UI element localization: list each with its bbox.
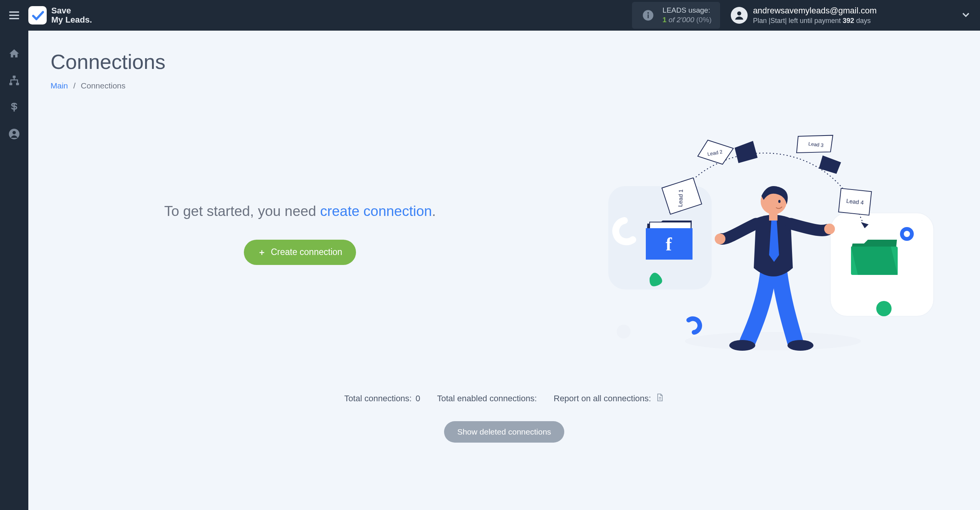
stat-total-value: 0 (415, 394, 420, 404)
hero-msg-link[interactable]: create connection (320, 203, 432, 219)
breadcrumb: Main / Connections (51, 81, 958, 90)
sitemap-icon (8, 75, 20, 86)
leads-usage-box: LEADS usage: 1 of 2'000 (0%) (632, 2, 720, 28)
leads-usage-text: LEADS usage: 1 of 2'000 (0%) (663, 6, 712, 25)
hero: To get started, you need create connecti… (51, 113, 958, 358)
plan-mid: | left until payment (785, 17, 843, 25)
create-connection-label: Create connection (271, 247, 342, 257)
plan-days: 392 (843, 17, 854, 25)
svg-point-40 (715, 234, 725, 244)
user-menu[interactable]: andrewsavemyleads@gmail.com Plan |Start|… (731, 5, 877, 25)
user-text: andrewsavemyleads@gmail.com Plan |Start|… (753, 5, 877, 25)
chevron-down-icon (961, 10, 971, 20)
svg-rect-8 (10, 83, 13, 85)
hero-msg-suffix: . (432, 203, 436, 219)
svg-point-11 (13, 131, 16, 134)
plan-name: Start (771, 17, 785, 25)
breadcrumb-sep: / (73, 81, 75, 90)
dollar-icon (8, 101, 20, 113)
svg-text:f: f (666, 234, 672, 254)
home-icon (8, 48, 20, 59)
menu-toggle[interactable] (0, 9, 28, 22)
info-icon (640, 8, 656, 23)
user-circle-icon (8, 128, 20, 140)
hamburger-icon (8, 9, 21, 22)
stat-report-label: Report on all connections: (554, 394, 651, 404)
file-icon (655, 393, 664, 402)
svg-point-18 (617, 325, 630, 338)
sidebar-item-billing[interactable] (7, 100, 22, 115)
stat-report: Report on all connections: (554, 393, 664, 404)
sidebar (0, 31, 28, 510)
leads-used: 1 (663, 16, 667, 24)
svg-rect-4 (647, 15, 648, 18)
sidebar-item-connections[interactable] (7, 73, 22, 88)
stat-enabled-connections: Total enabled connections: (437, 393, 537, 404)
svg-point-37 (729, 340, 755, 351)
breadcrumb-main[interactable]: Main (51, 81, 68, 90)
svg-rect-9 (16, 83, 19, 85)
page-title: Connections (51, 50, 958, 74)
avatar (731, 7, 748, 24)
svg-text:Lead 1: Lead 1 (677, 189, 684, 207)
svg-marker-27 (819, 155, 841, 174)
leads-percent: (0%) (696, 16, 712, 24)
hero-message: To get started, you need create connecti… (164, 201, 436, 221)
sidebar-item-account[interactable] (7, 126, 22, 142)
leads-total: 2'000 (677, 16, 694, 24)
logo-mark (28, 6, 47, 25)
stat-enabled-label: Total enabled connections: (437, 394, 537, 404)
svg-point-38 (787, 340, 813, 351)
logo[interactable]: Save My Leads. (28, 6, 92, 25)
show-deleted-button[interactable]: Show deleted connections (444, 421, 564, 443)
user-email: andrewsavemyleads@gmail.com (753, 5, 877, 16)
leads-usage-values: 1 of 2'000 (0%) (663, 15, 712, 25)
plan-days-suffix: days (854, 17, 871, 25)
leads-usage-label: LEADS usage: (663, 6, 712, 15)
sidebar-item-home[interactable] (7, 46, 22, 61)
stat-total-label: Total connections: (344, 394, 412, 404)
create-connection-button[interactable]: ＋ Create connection (244, 240, 356, 265)
svg-point-14 (685, 332, 861, 350)
plus-icon: ＋ (258, 247, 266, 258)
svg-point-44 (778, 200, 781, 203)
user-menu-chevron[interactable] (961, 10, 971, 21)
check-icon (31, 9, 44, 22)
svg-point-16 (904, 231, 910, 237)
report-download[interactable] (655, 393, 664, 404)
hero-illustration-wrap: Lead 1 Lead 2 Lead 3 (565, 113, 958, 358)
user-plan: Plan |Start| left until payment 392 days (753, 16, 877, 25)
logo-line2: My Leads. (51, 15, 92, 25)
svg-point-17 (876, 301, 892, 316)
svg-point-5 (647, 12, 649, 14)
hero-left: To get started, you need create connecti… (51, 113, 550, 265)
hero-msg-prefix: To get started, you need (164, 203, 320, 219)
logo-text: Save My Leads. (51, 6, 92, 25)
svg-point-6 (737, 11, 742, 16)
content: Connections Main / Connections To get st… (28, 31, 980, 510)
svg-point-41 (824, 224, 835, 234)
svg-rect-7 (13, 76, 16, 78)
app-header: Save My Leads. LEADS usage: 1 of 2'000 (… (0, 0, 980, 31)
breadcrumb-current: Connections (81, 81, 126, 90)
stats-row: Total connections: 0 Total enabled conne… (51, 393, 958, 404)
stat-total-connections: Total connections: 0 (344, 393, 420, 404)
svg-marker-36 (851, 247, 898, 275)
leads-of: of (668, 16, 675, 24)
user-icon (733, 10, 745, 21)
illustration: Lead 1 Lead 2 Lead 3 (585, 113, 938, 358)
logo-line1: Save (51, 6, 92, 15)
svg-marker-24 (735, 141, 758, 163)
plan-prefix: Plan | (753, 17, 771, 25)
